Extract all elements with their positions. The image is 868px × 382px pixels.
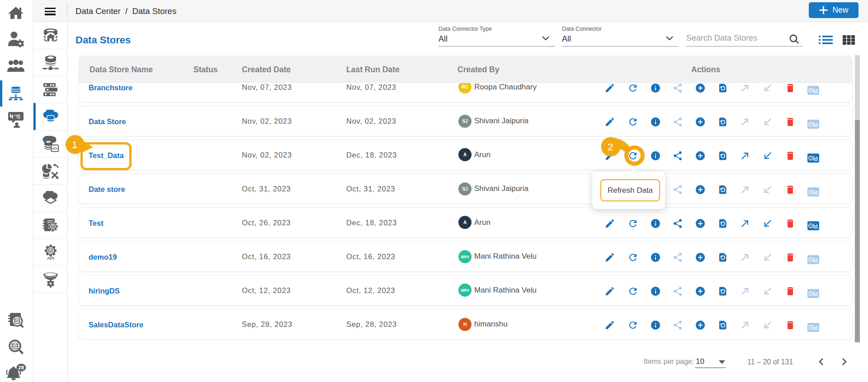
svg-text:</>: </> xyxy=(52,146,57,150)
svg-text:2: 2 xyxy=(608,141,613,153)
svg-text:API: API xyxy=(47,256,54,261)
svg-text:28: 28 xyxy=(19,365,24,370)
svg-text:1: 1 xyxy=(72,139,77,150)
